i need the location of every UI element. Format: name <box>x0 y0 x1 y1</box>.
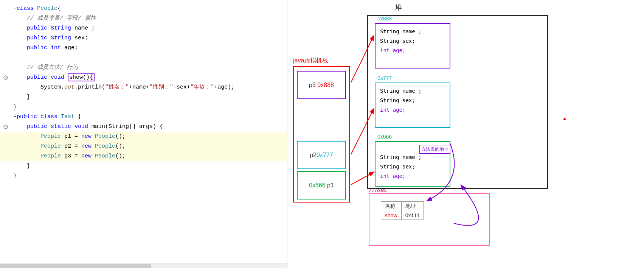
code-line-17: } <box>0 161 287 171</box>
line-content: public void show(){ <box>11 73 287 82</box>
stack-p3-addr: 0x888 <box>317 82 334 89</box>
line-content: -class People{ <box>11 5 287 13</box>
line-content: People p3 = new People(); <box>11 152 287 161</box>
stack-p3-label: p3 <box>309 82 317 89</box>
code-panel: -class People{ // 成员变量/ 字段/ 属性 public St… <box>0 0 287 268</box>
line-content: public String sex; <box>11 34 287 43</box>
heap-p3-field-1: String name ; <box>380 27 445 36</box>
code-line-9: System.out.println("姓名："+name+"性别："+sex+… <box>0 83 287 92</box>
heap-p3-field-2: String sex; <box>380 36 445 46</box>
method-table-header-row: 名称 地址 <box>381 202 424 211</box>
method-table-data-row: show 0x111 <box>381 211 424 220</box>
code-line-7: // 成员方法/ 行为 <box>0 63 287 73</box>
line-content: People p2 = new People(); <box>11 142 287 151</box>
heap-p3-field-3: int age; <box>380 46 445 55</box>
diagram-panel: 堆 java虚拟机栈 方法区 p3 0x888 p2 0x777 0x666 p… <box>287 0 644 268</box>
code-line-16: People p3 = new People(); <box>0 151 287 161</box>
method-table-addr: 0x111 <box>401 211 424 220</box>
stack-frame-p3: p3 0x888 <box>297 71 346 99</box>
code-line-3: public String name ; <box>0 23 287 33</box>
line-content <box>11 54 287 62</box>
code-line-14: People p1 = new People(); <box>0 132 287 142</box>
stack-p2-addr: 0x777 <box>317 152 333 159</box>
code-line-10: } <box>0 92 287 102</box>
line-content: public int age; <box>11 44 287 53</box>
code-line-8: public void show(){ <box>0 73 287 83</box>
scrollbar-thumb[interactable] <box>0 264 151 268</box>
line-gutter <box>0 74 11 81</box>
code-line-13: public static void main(String[] args) { <box>0 122 287 132</box>
stack-p1-label: p1 <box>326 182 334 189</box>
heap-label: 堆 <box>395 3 402 12</box>
line-content: // 成员方法/ 行为 <box>11 64 287 72</box>
line-content: } <box>11 93 287 102</box>
heap-p2-field-1: String name ; <box>380 86 445 96</box>
jvm-stack-box: p3 0x888 p2 0x777 0x666 p1 <box>293 66 350 203</box>
method-table-header-addr: 地址 <box>401 202 424 211</box>
code-line-4: public String sex; <box>0 33 287 43</box>
code-line-15: People p2 = new People(); <box>0 142 287 151</box>
heap-obj-p3: 0x888 String name ; String sex; int age; <box>375 23 450 69</box>
line-content: } <box>11 162 287 171</box>
heap-p1-field-3: int age; <box>380 171 445 181</box>
heap-p1-field-2: String sex; <box>380 162 445 171</box>
code-line-2: // 成员变量/ 字段/ 属性 <box>0 14 287 23</box>
jvm-stack-label: java虚拟机栈 <box>293 57 328 65</box>
heap-addr-p3: 0x888 <box>377 16 392 22</box>
code-line-18: } <box>0 171 287 181</box>
heap-obj-p2: 0x777 String name ; String sex; int age; <box>375 83 450 128</box>
line-content: People p1 = new People(); <box>11 132 287 141</box>
line-gutter <box>0 123 11 131</box>
line-content: } <box>11 172 287 181</box>
line-content: } <box>11 103 287 112</box>
heap-p2-content: String name ; String sex; int age; <box>376 83 450 118</box>
stack-frame-p2: p2 0x777 <box>297 141 346 169</box>
stack-frame-p1: 0x666 p1 <box>297 171 346 199</box>
heap-addr-p1: 0x666 <box>377 134 392 140</box>
heap-p2-field-3: int age; <box>380 105 445 115</box>
heap-p3-content: String name ; String sex; int age; <box>376 24 450 59</box>
line-content: System.out.println("姓名："+name+"性别："+sex+… <box>11 83 287 92</box>
code-line-1: -class People{ <box>0 4 287 14</box>
code-line-5: public int age; <box>0 43 287 53</box>
line-content: -public class Test { <box>11 113 287 122</box>
method-table-header-name: 名称 <box>381 202 402 211</box>
stack-p1-addr: 0x666 <box>309 182 326 189</box>
code-line-6 <box>0 53 287 63</box>
heap-p1-field-1: String name ; <box>380 153 445 162</box>
line-content: public static void main(String[] args) { <box>11 123 287 131</box>
heap-addr-p2: 0x777 <box>377 75 392 81</box>
scrollbar[interactable] <box>0 263 287 268</box>
code-line-11: } <box>0 102 287 112</box>
code-line-12: -public class Test { <box>0 112 287 122</box>
heap-obj-p1: 0x666 方法表的地址 String name ; String sex; i… <box>375 141 450 187</box>
method-table: 名称 地址 show 0x111 <box>381 201 424 220</box>
heap-p2-field-2: String sex; <box>380 96 445 105</box>
line-content: public String name ; <box>11 24 287 33</box>
stack-p2-label: p2 <box>310 152 317 159</box>
line-content: // 成员变量/ 字段/ 属性 <box>11 14 287 23</box>
method-table-tag: 方法表的地址 <box>419 145 450 154</box>
method-area-box: 名称 地址 show 0x111 <box>369 193 490 246</box>
red-dot <box>563 118 566 120</box>
method-table-show: show <box>381 211 402 220</box>
heap-box: 0x888 String name ; String sex; int age;… <box>367 15 548 189</box>
